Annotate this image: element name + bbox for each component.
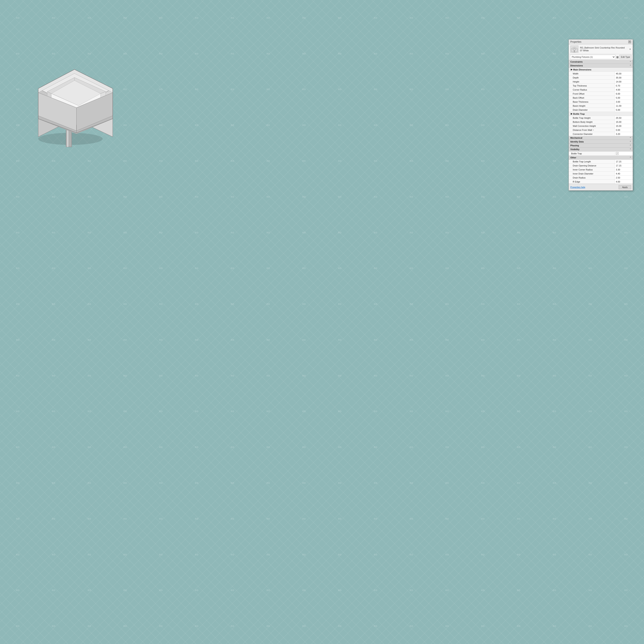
- sink-svg: [16, 40, 133, 157]
- sink-illustration: [16, 40, 133, 157]
